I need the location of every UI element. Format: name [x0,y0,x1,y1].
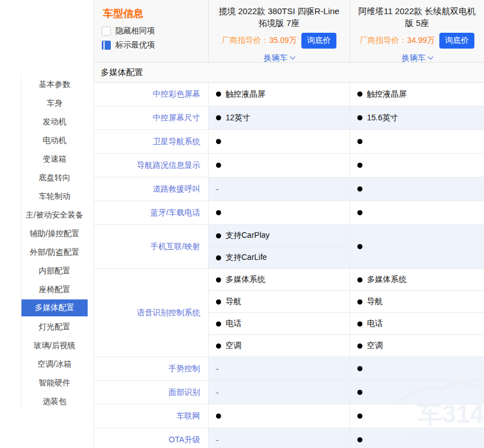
row-label-link[interactable]: 道路救援呼叫 [94,177,209,201]
sidebar-item[interactable]: 变速箱 [21,150,88,168]
dot-icon [357,437,362,442]
car1-inquiry-button[interactable]: 询底价 [301,33,336,49]
mark-best-checkbox-row[interactable]: 标示最优项 [102,40,200,50]
dot-icon [357,390,362,395]
feature-value [350,357,484,380]
panel-title: 车型信息 [103,7,200,20]
dot-icon [357,210,362,215]
feature-value-cell [350,428,484,448]
feature-value: - [209,381,349,404]
row-label-link[interactable]: 蓝牙/车载电话 [94,201,209,224]
feature-value [209,154,349,177]
feature-value [350,154,484,177]
dot-icon [216,163,221,168]
sidebar-item[interactable]: 灯光配置 [21,317,88,336]
table-row: 道路救援呼叫- [94,177,484,201]
car-compare-page: 基本参数车身发动机电动机变速箱底盘转向车轮制动主/被动安全装备辅助/操控配置外部… [0,0,484,448]
row-label-link[interactable]: 手势控制 [94,357,209,380]
sidebar-item[interactable]: 车身 [21,94,88,112]
car2-inquiry-button[interactable]: 询底价 [439,33,474,49]
car1-header: 揽境 2022款 380TSI 四驱R-Line 拓境版 7座 厂商指导价： 3… [209,0,350,62]
dot-icon [216,210,221,215]
car2-switch-link[interactable]: 换辆车 [402,53,433,63]
feature-value: 支持CarLife [209,246,349,268]
dash-value: - [216,388,219,397]
chevron-down-icon [289,54,295,60]
feature-value: 空调 [209,334,349,356]
dash-value: - [216,436,219,445]
car1-name[interactable]: 揽境 2022款 380TSI 四驱R-Line 拓境版 7座 [217,5,342,29]
feature-value [350,130,484,153]
feature-value-cell [350,357,484,380]
row-label-link[interactable]: 导航路况信息显示 [94,154,209,177]
car1-price-value: 35.09万 [269,36,297,46]
feature-value-cell [209,130,350,153]
feature-value: 多媒体系统 [350,269,484,290]
sidebar-item[interactable]: 主/被动安全装备 [21,206,88,224]
row-label-link[interactable]: 车联网 [94,404,209,428]
feature-value-cell [209,404,350,428]
feature-value-cell: - [209,177,350,201]
mark-best-checkbox[interactable] [102,41,111,50]
sidebar-item[interactable]: 内部配置 [21,262,88,280]
hide-same-checkbox[interactable] [102,27,111,36]
hide-same-label: 隐藏相同项 [115,26,155,36]
row-label-link[interactable]: 面部识别 [94,381,209,404]
sidebar-item[interactable]: 辅助/操控配置 [21,224,88,243]
table-row: 手机互联/映射支持CarPlay支持CarLife [94,225,484,269]
feature-value-cell: 多媒体系统导航电话空调 [350,269,484,356]
feature-value: - [209,357,349,380]
dot-icon [357,343,362,349]
feature-value: 导航 [350,290,484,312]
feature-value-cell: 支持CarPlay支持CarLife [209,225,350,268]
feature-value: 12英寸 [209,106,349,129]
car1-switch-link[interactable]: 换辆车 [264,53,295,63]
sidebar-item[interactable]: 多媒体配置 [21,299,88,316]
feature-value [350,404,484,428]
sidebar-item[interactable]: 空调/冰箱 [21,355,88,373]
feature-value [350,381,484,404]
feature-value: 导航 [209,290,349,312]
car1-price-line: 厂商指导价： 35.09万 询底价 [217,33,342,49]
row-label-link[interactable]: 卫星导航系统 [94,130,209,153]
sidebar-item[interactable]: 选装包 [21,392,88,411]
row-label-link[interactable]: 中控彩色屏幕 [94,82,209,106]
sidebar-item[interactable]: 智能硬件 [21,373,88,392]
hide-same-checkbox-row[interactable]: 隐藏相同项 [102,26,200,36]
feature-value: 多媒体系统 [209,269,349,290]
row-label-link[interactable]: 语音识别控制系统 [94,269,209,356]
row-label-link[interactable]: 手机互联/映射 [94,225,209,268]
table-header: 车型信息 隐藏相同项 标示最优项 揽境 2022款 380TSI 四驱R-Lin… [94,0,484,63]
sidebar-item[interactable]: 基本参数 [21,75,88,94]
car2-price-label: 厂商指导价： [360,36,407,46]
sidebar-item[interactable]: 电动机 [21,131,88,150]
car2-name[interactable]: 阿维塔11 2022款 长续航双电机版 5座 [358,5,476,29]
feature-value-cell: 15.6英寸 [350,106,484,129]
car1-price-label: 厂商指导价： [222,36,269,46]
sidebar-item[interactable]: 外部/防盗配置 [21,243,88,262]
feature-value: 触控液晶屏 [350,82,484,106]
sidebar-item[interactable]: 玻璃/后视镜 [21,336,88,355]
dot-icon [216,115,221,120]
category-sidebar: 基本参数车身发动机电动机变速箱底盘转向车轮制动主/被动安全装备辅助/操控配置外部… [21,75,88,411]
row-label-link[interactable]: OTA升级 [94,428,209,448]
sidebar-item[interactable]: 座椅配置 [21,280,88,299]
sidebar-item[interactable]: 发动机 [21,112,88,131]
feature-value [209,404,349,428]
feature-value [350,428,484,448]
feature-value-cell [350,130,484,153]
dot-icon [357,321,362,327]
dot-icon [357,277,362,282]
dot-icon [357,414,362,419]
car2-price-line: 厂商指导价： 34.99万 询底价 [358,33,476,49]
sidebar-item[interactable]: 底盘转向 [21,168,88,187]
dash-value: - [216,185,219,194]
row-label-link[interactable]: 中控屏幕尺寸 [94,106,209,129]
table-row: 手势控制- [94,357,484,381]
sidebar-item[interactable]: 车轮制动 [21,187,88,206]
check-icon [103,41,105,51]
table-body: 中控彩色屏幕触控液晶屏触控液晶屏中控屏幕尺寸12英寸15.6英寸卫星导航系统导航… [94,82,484,448]
mark-best-label: 标示最优项 [115,40,155,50]
section-title: 多媒体配置 [94,63,484,82]
feature-value-cell: 12英寸 [209,106,350,129]
